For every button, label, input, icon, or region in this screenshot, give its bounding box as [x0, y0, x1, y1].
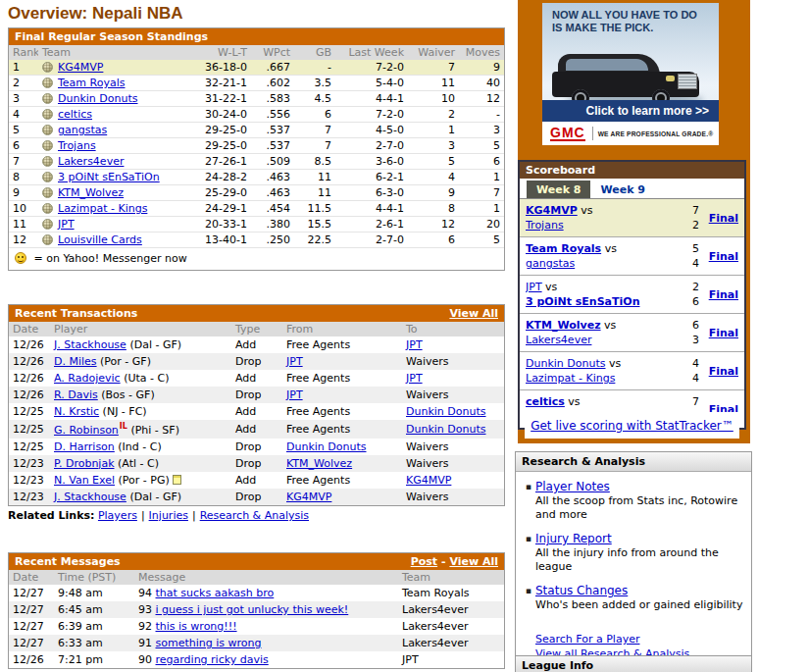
- team-link[interactable]: KG4MVP: [58, 61, 103, 74]
- from-value[interactable]: Free Agents: [286, 372, 350, 385]
- type-cell: Drop: [231, 455, 282, 472]
- to-value[interactable]: Waivers: [406, 440, 449, 453]
- standings-title: Final Regular Season Standings: [15, 30, 208, 43]
- research-item-link[interactable]: Injury Report: [535, 532, 612, 545]
- player-link[interactable]: N. Krstic: [54, 405, 99, 418]
- player-link[interactable]: D. Miles: [54, 355, 97, 368]
- matchup-team2-link[interactable]: gangstas: [526, 257, 575, 270]
- final-link[interactable]: Final: [709, 327, 738, 339]
- search-player-link[interactable]: Search For a Player: [535, 633, 639, 646]
- stattracker-link[interactable]: Get live scoring with StatTracker™: [531, 419, 733, 433]
- research-item-link[interactable]: Status Changes: [535, 584, 628, 597]
- to-value[interactable]: Waivers: [406, 457, 449, 470]
- message-subject-link[interactable]: i guess i just got unlucky this week!: [156, 603, 349, 616]
- matchup-team2-link[interactable]: 3 pOiNt sEnSaTiOn: [526, 295, 639, 308]
- player-link[interactable]: A. Radojevic: [54, 372, 121, 385]
- col-wpct: WPct: [251, 45, 294, 60]
- player-link[interactable]: R. Davis: [54, 388, 98, 401]
- from-value[interactable]: Free Agents: [286, 423, 350, 436]
- message-subject-link[interactable]: that sucks aakash bro: [156, 587, 275, 599]
- player-link[interactable]: D. Harrison: [54, 440, 115, 453]
- team-link[interactable]: 3 pOiNt sEnSaTiOn: [58, 171, 160, 183]
- team1-score: 4: [683, 356, 699, 371]
- research-item-link[interactable]: Player Notes: [535, 480, 610, 493]
- tab-week-9[interactable]: Week 9: [590, 181, 654, 198]
- team-link[interactable]: JPT: [58, 218, 75, 231]
- from-value[interactable]: Free Agents: [286, 474, 350, 487]
- team-link[interactable]: Dunkin Donuts: [58, 92, 138, 105]
- player-cell: P. Drobnjak (Atl - C): [50, 455, 231, 472]
- to-value[interactable]: KG4MVP: [406, 474, 451, 487]
- message-subject-link[interactable]: regarding ricky davis: [156, 653, 269, 666]
- col-rank: Rank: [9, 45, 38, 60]
- matchup-team1-link[interactable]: celtics: [526, 395, 565, 408]
- player-cell: J. Stackhouse (Dal - GF): [50, 336, 231, 353]
- related-link-research[interactable]: Research & Analysis: [200, 509, 309, 522]
- ad-cta-button[interactable]: Click to learn more >>: [542, 100, 719, 122]
- to-value[interactable]: Dunkin Donuts: [406, 423, 486, 436]
- standings-header-bar: Final Regular Season Standings: [9, 28, 504, 45]
- type-cell: Drop: [231, 353, 282, 370]
- matchup-team2-link[interactable]: Trojans: [526, 219, 564, 232]
- post-link[interactable]: Post: [411, 555, 437, 568]
- transactions-view-all-link[interactable]: View All: [449, 307, 498, 320]
- moves-cell: 1: [459, 201, 504, 217]
- team-link[interactable]: Louisville Cards: [58, 233, 142, 246]
- message-subject-link[interactable]: this is wrong!!!: [156, 620, 237, 633]
- messages-view-all-link[interactable]: View All: [449, 555, 498, 568]
- matchup-team1-link[interactable]: JPT: [526, 281, 542, 293]
- to-value[interactable]: Waivers: [406, 388, 449, 401]
- final-link[interactable]: Final: [709, 288, 738, 301]
- from-value[interactable]: JPT: [286, 388, 303, 401]
- player-detail: (Por - PG): [119, 474, 170, 487]
- from-value[interactable]: Free Agents: [286, 405, 350, 418]
- player-detail: (Atl - C): [118, 457, 159, 470]
- player-link[interactable]: N. Van Exel: [54, 474, 115, 487]
- from-value[interactable]: KTM_Wolvez: [286, 457, 352, 470]
- gmc-ad-banner[interactable]: NOW ALL YOU HAVE TO DO IS MAKE THE PICK.…: [542, 3, 719, 145]
- note-icon[interactable]: [173, 475, 181, 485]
- to-cell: Waivers: [402, 489, 504, 505]
- final-link[interactable]: Final: [709, 250, 738, 263]
- team1-score: 6: [683, 318, 699, 333]
- from-value[interactable]: Free Agents: [286, 338, 350, 351]
- team-link[interactable]: Lazimpat - Kings: [58, 202, 147, 215]
- matchup-team2-link[interactable]: Lazimpat - Kings: [526, 372, 615, 385]
- player-link[interactable]: G. Robinson: [54, 424, 119, 437]
- from-value[interactable]: JPT: [286, 355, 303, 368]
- team-link[interactable]: Lakers4ever: [58, 155, 124, 168]
- related-link-players[interactable]: Players: [98, 509, 137, 522]
- to-value[interactable]: Dunkin Donuts: [406, 405, 486, 418]
- player-link[interactable]: J. Stackhouse: [54, 491, 126, 503]
- team-link[interactable]: Trojans: [58, 139, 96, 152]
- player-cell: D. Miles (Por - GF): [50, 353, 231, 370]
- tab-week-8[interactable]: Week 8: [527, 181, 590, 198]
- waiver-cell: 9: [408, 185, 459, 201]
- team-link[interactable]: gangstas: [58, 124, 107, 136]
- to-value[interactable]: Waivers: [406, 491, 449, 503]
- to-value[interactable]: JPT: [406, 372, 423, 385]
- matchup-team1-link[interactable]: KG4MVP: [526, 204, 578, 217]
- team-link[interactable]: Team Royals: [58, 77, 126, 89]
- from-value[interactable]: Dunkin Donuts: [286, 440, 367, 453]
- matchup-team2-link[interactable]: Lakers4ever: [526, 334, 591, 346]
- final-link[interactable]: Final: [709, 212, 738, 225]
- team-cell: Lazimpat - Kings: [38, 201, 190, 217]
- matchup-row: Dunkin Donuts vs Lazimpat - Kings 4 4 Fi…: [520, 351, 744, 389]
- matchup-team1-link[interactable]: Dunkin Donuts: [526, 357, 606, 370]
- from-value[interactable]: KG4MVP: [286, 491, 331, 503]
- player-link[interactable]: J. Stackhouse: [54, 338, 126, 351]
- player-link[interactable]: P. Drobnjak: [54, 457, 115, 470]
- related-link-injuries[interactable]: Injuries: [149, 509, 188, 522]
- matchup-scores: 5 4: [683, 241, 699, 271]
- matchup-team1-link[interactable]: Team Royals: [526, 242, 601, 255]
- message-subject-link[interactable]: something is wrong: [156, 637, 262, 649]
- to-value[interactable]: Waivers: [406, 355, 449, 368]
- team-link[interactable]: celtics: [58, 108, 92, 121]
- suv-headlight: [666, 76, 675, 81]
- final-link[interactable]: Final: [709, 365, 738, 378]
- to-value[interactable]: JPT: [406, 338, 423, 351]
- team-cell: JPT: [38, 217, 190, 233]
- team-link[interactable]: KTM_Wolvez: [58, 186, 124, 199]
- matchup-team1-link[interactable]: KTM_Wolvez: [526, 319, 601, 332]
